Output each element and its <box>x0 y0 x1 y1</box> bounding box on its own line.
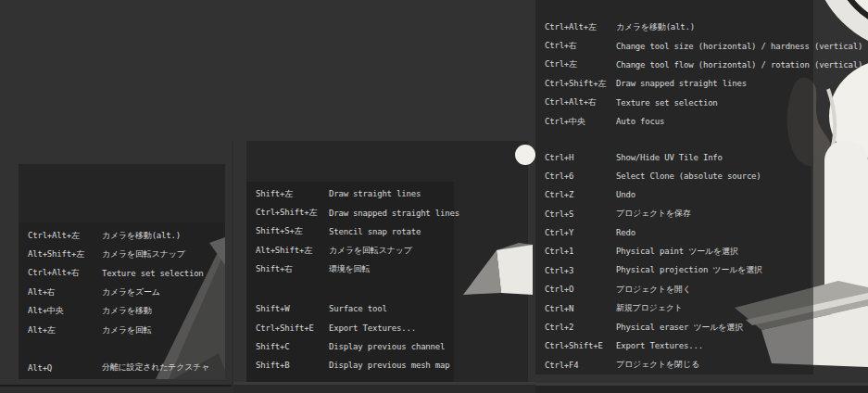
bottom-strip-right <box>535 374 868 383</box>
shortcut-description: カメラを移動 <box>102 305 152 317</box>
shortcut-row: Ctrl+3Physical projection ツールを選択 <box>545 261 868 280</box>
shortcut-description: カメラを回転スナップ <box>102 248 185 260</box>
shortcut-row: Ctrl+Shift+左Draw snapped straight lines <box>256 203 534 222</box>
shortcut-row: Shift+WSurface tool <box>256 299 534 318</box>
bottom-bar-left <box>0 387 233 393</box>
shortcut-key: Alt+Shift+左 <box>256 245 329 257</box>
shortcut-key: Ctrl+Shift+左 <box>256 207 329 219</box>
shortcut-description: Display previous channel <box>329 342 445 351</box>
shortcut-description: カメラを回転スナップ <box>329 245 412 257</box>
shortcut-key: Ctrl+左 <box>545 58 616 70</box>
shortcut-row: Ctrl+6Select Clone (absolute source) <box>545 167 868 185</box>
shortcut-row: Alt+右カメラをズーム <box>28 283 225 301</box>
shortcut-key: Alt+Q <box>28 363 102 373</box>
shortcut-row: Ctrl+Oプロジェクトを開く <box>545 280 868 298</box>
shortcut-section: Alt+Q分離に設定されたテクスチャ <box>28 359 225 377</box>
shortcut-row: Ctrl+中央Auto focus <box>545 112 868 131</box>
shortcut-row: Ctrl+右Change tool size (horizontal) / ha… <box>545 36 868 55</box>
shortcut-key: Shift+B <box>256 361 329 370</box>
shortcut-row: Ctrl+1Physical paint ツールを選択 <box>545 242 868 260</box>
shortcut-row: Alt+Q分離に設定されたテクスチャ <box>28 359 225 377</box>
shortcut-key: Alt+左 <box>28 324 102 336</box>
shortcut-description: Stencil snap rotate <box>329 227 421 236</box>
shortcut-key: Ctrl+Y <box>545 228 616 237</box>
shortcut-key: Ctrl+Shift+E <box>256 323 329 333</box>
shortcut-key: Ctrl+Shift+E <box>545 341 616 350</box>
shortcut-row: Ctrl+Shift+左Draw snapped straight lines <box>545 74 868 93</box>
shortcut-key: Ctrl+F4 <box>545 361 616 370</box>
shortcut-key: Ctrl+Alt+右 <box>545 96 616 108</box>
shortcut-row: Ctrl+YRedo <box>545 223 868 242</box>
shortcut-key: Ctrl+Alt+左 <box>28 230 102 242</box>
substance-painter-viewport[interactable]: Ctrl+Alt+左カメラを移動(alt.)Alt+Shift+左カメラを回転ス… <box>0 0 868 393</box>
shortcut-list-right: Ctrl+Alt+左カメラを移動(alt.)Ctrl+右Change tool … <box>535 0 868 374</box>
shortcut-row: Alt+中央カメラを移動 <box>28 302 225 321</box>
shortcut-description: カメラを移動(alt.) <box>616 21 695 33</box>
shortcut-row: Shift+BDisplay previous mesh map <box>256 356 534 374</box>
shortcut-row: Ctrl+Alt+右Texture set selection <box>28 264 225 283</box>
shortcut-section: Ctrl+Alt+左カメラを移動(alt.)Ctrl+右Change tool … <box>545 18 868 131</box>
shortcut-key: Ctrl+O <box>545 285 616 294</box>
shortcut-key: Ctrl+S <box>545 209 616 219</box>
shortcut-row: Ctrl+Alt+左カメラを移動(alt.) <box>28 226 225 245</box>
shortcut-list-left: Ctrl+Alt+左カメラを移動(alt.)Alt+Shift+左カメラを回転ス… <box>19 222 225 379</box>
shortcut-row: Ctrl+Sプロジェクトを保存 <box>545 205 868 223</box>
shortcut-row: Ctrl+Shift+EExport Textures... <box>545 336 868 355</box>
shortcut-row: Alt+Shift+左カメラを回転スナップ <box>28 245 225 263</box>
shortcut-key: Alt+中央 <box>28 305 102 317</box>
shortcut-row: Alt+Shift+左カメラを回転スナップ <box>256 241 534 260</box>
shortcut-description: 分離に設定されたテクスチャ <box>102 361 209 374</box>
shortcut-key: Ctrl+3 <box>545 266 616 275</box>
shortcut-key: Shift+右 <box>256 263 329 275</box>
shortcut-row: Shift+CDisplay previous channel <box>256 337 534 356</box>
shortcut-description: カメラをズーム <box>102 286 160 298</box>
shortcut-description: Draw snapped straight lines <box>329 209 459 218</box>
shortcut-description: Texture set selection <box>616 98 718 108</box>
shortcut-description: Change tool flow (horizontal) / rotation… <box>616 60 862 70</box>
shortcut-description: Change tool size (horizontal) / hardness… <box>616 42 862 51</box>
shortcut-description: Show/Hide UV Tile Info <box>616 153 723 162</box>
shortcut-row: Ctrl+左Change tool flow (horizontal) / ro… <box>545 56 868 74</box>
shortcut-section: Shift+WSurface toolCtrl+Shift+EExport Te… <box>256 299 534 375</box>
shortcut-key: Ctrl+右 <box>545 40 616 52</box>
shortcut-key: Ctrl+Shift+左 <box>545 78 616 90</box>
shortcut-description: プロジェクトを閉じる <box>616 359 699 371</box>
shortcut-section: Ctrl+Alt+左カメラを移動(alt.)Alt+Shift+左カメラを回転ス… <box>28 226 225 339</box>
shortcut-key: Ctrl+Z <box>545 190 616 199</box>
shortcut-section: Ctrl+HShow/Hide UV Tile InfoCtrl+6Select… <box>545 147 868 374</box>
shortcut-description: 新規プロジェクト <box>616 302 683 314</box>
shortcut-description: Surface tool <box>329 304 387 313</box>
bottom-bar-middle <box>233 385 535 393</box>
shortcut-key: Ctrl+中央 <box>545 116 616 128</box>
segment-seam <box>232 141 233 393</box>
shortcut-description: Undo <box>616 190 635 199</box>
shortcut-row: Ctrl+N新規プロジェクト <box>545 298 868 317</box>
shortcut-section: Shift+左Draw straight linesCtrl+Shift+左Dr… <box>256 184 534 279</box>
shortcut-row: Ctrl+2Physical eraser ツールを選択 <box>545 318 868 336</box>
shortcut-key: Ctrl+H <box>545 153 616 162</box>
shortcut-row: Ctrl+Alt+左カメラを移動(alt.) <box>545 18 868 36</box>
shortcut-description: プロジェクトを開く <box>616 284 691 296</box>
shortcut-description: Display previous mesh map <box>329 361 449 370</box>
shortcut-description: Select Clone (absolute source) <box>616 171 761 181</box>
shortcut-description: Physical projection ツールを選択 <box>616 264 762 276</box>
shortcut-row: Shift+右環境を回転 <box>256 260 534 279</box>
shortcut-key: Shift+S+左 <box>256 225 329 237</box>
shortcut-description: プロジェクトを保存 <box>616 208 691 220</box>
shortcut-row: Ctrl+HShow/Hide UV Tile Info <box>545 147 868 166</box>
shortcut-description: Export Textures... <box>616 341 703 350</box>
shortcut-key: Shift+C <box>256 342 329 351</box>
shortcut-description: カメラを回転 <box>102 324 152 336</box>
shortcut-description: カメラを移動(alt.) <box>102 230 181 242</box>
bottom-bar-right <box>535 386 868 393</box>
shortcut-row: Ctrl+F4プロジェクトを閉じる <box>545 356 868 374</box>
shortcut-row: Ctrl+Shift+EExport Textures... <box>256 318 534 336</box>
shortcut-key: Ctrl+Alt+左 <box>545 21 616 33</box>
shortcut-description: Auto focus <box>616 117 664 126</box>
shortcut-key: Shift+W <box>256 304 329 313</box>
shortcut-row: Ctrl+ZUndo <box>545 185 868 204</box>
shortcut-row: Ctrl+Alt+右Texture set selection <box>545 94 868 112</box>
shortcut-key: Alt+右 <box>28 286 102 298</box>
shortcut-key: Alt+Shift+左 <box>28 248 102 260</box>
shortcut-key: Ctrl+2 <box>545 323 616 332</box>
